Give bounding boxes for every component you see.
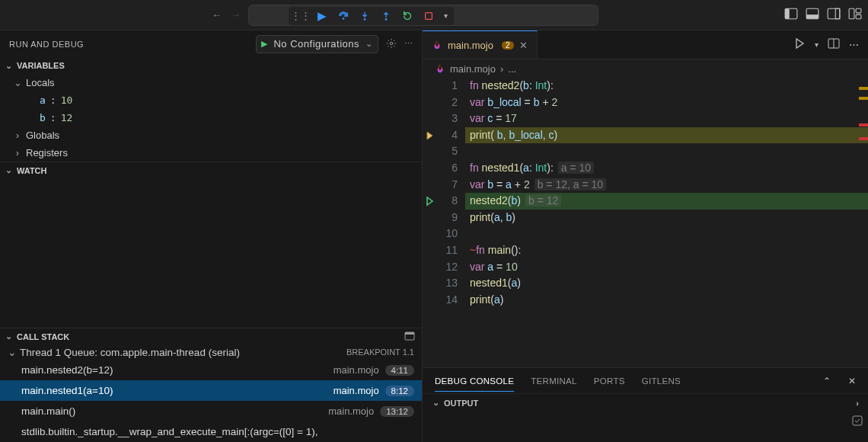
code-editor[interactable]: 1fn nested2(b: Int):2 var b_local = b + … — [423, 78, 868, 367]
variables-section-header[interactable]: ⌄ VARIABLES — [0, 57, 422, 74]
stack-frame-row[interactable]: main.nested2(b=12)main.mojo4:11 — [0, 360, 422, 380]
panel-tab-debug-console[interactable]: DEBUG CONSOLE — [435, 376, 514, 392]
code-line[interactable]: 10 — [423, 226, 868, 242]
glyph-margin[interactable] — [423, 275, 438, 292]
glyph-margin[interactable] — [423, 78, 438, 94]
toggle-panel-icon[interactable] — [806, 7, 819, 23]
toggle-secondary-sidebar-icon[interactable] — [827, 7, 841, 23]
toggle-primary-sidebar-icon[interactable] — [784, 7, 798, 23]
debug-console-body[interactable] — [423, 412, 868, 442]
variable-row[interactable]: a: 10 — [27, 91, 422, 109]
code-line[interactable]: 11~fn main(): — [423, 242, 868, 259]
svg-point-0 — [343, 18, 345, 20]
close-tab-icon[interactable]: ✕ — [519, 40, 528, 51]
variables-scope-registers[interactable]: › Registers — [14, 144, 422, 162]
callstack-collapse-icon[interactable] — [404, 330, 416, 344]
frame-function: main.nested1(a=10) — [21, 385, 327, 396]
line-content — [465, 143, 868, 160]
restart-button[interactable] — [401, 10, 413, 22]
code-line[interactable]: 14 print(a) — [423, 292, 868, 309]
chevron-down-icon[interactable]: ⌄ — [365, 39, 373, 49]
code-line[interactable]: 12 var a = 10 — [423, 259, 868, 276]
glyph-margin[interactable] — [423, 226, 438, 242]
more-editor-actions-icon[interactable]: ⋯ — [849, 39, 859, 50]
step-out-button[interactable] — [380, 10, 392, 22]
code-line[interactable]: 13 nested1(a) — [423, 275, 868, 292]
watch-section-header[interactable]: ⌄ WATCH — [0, 162, 422, 178]
tab-label: main.mojo — [448, 40, 493, 51]
stack-frame-row[interactable]: main.main()main.mojo13:12 — [0, 401, 422, 421]
panel-tab-ports[interactable]: PORTS — [594, 376, 625, 386]
panel-maximize-icon[interactable]: ⌃ — [823, 376, 831, 386]
drag-grip-icon[interactable]: ⋮⋮ — [295, 10, 307, 22]
line-content: nested1(a) — [465, 275, 868, 292]
nav-back-icon[interactable]: ← — [212, 9, 222, 21]
frame-source: main.mojo — [328, 405, 374, 417]
debug-settings-gear-icon[interactable] — [386, 38, 397, 50]
debug-config-dropdown[interactable]: ▶ No Configurations ⌄ — [256, 35, 378, 53]
frame-function: stdlib.builtin._startup.__wrap_and_execu… — [21, 426, 414, 437]
split-editor-icon[interactable] — [828, 37, 840, 52]
code-line[interactable]: 1fn nested2(b: Int): — [423, 78, 868, 94]
code-line[interactable]: 9 print(a, b) — [423, 210, 868, 226]
run-dropdown-icon[interactable]: ▾ — [815, 40, 819, 49]
run-file-icon[interactable] — [793, 37, 806, 52]
step-into-button[interactable] — [359, 10, 371, 22]
output-section-header[interactable]: ⌄ OUTPUT › — [423, 393, 868, 412]
glyph-margin[interactable] — [423, 110, 438, 127]
glyph-margin[interactable] — [423, 259, 438, 276]
svg-point-2 — [385, 18, 388, 21]
glyph-margin[interactable] — [423, 160, 438, 177]
stack-frame-row[interactable]: stdlib.builtin._startup.__wrap_and_execu… — [0, 421, 422, 442]
stop-button[interactable] — [423, 10, 435, 22]
line-content: ~fn main(): — [465, 242, 868, 259]
glyph-margin[interactable] — [423, 292, 438, 309]
svg-rect-9 — [835, 8, 840, 19]
debug-sidebar: RUN AND DEBUG ▶ No Configurations ⌄ ⋯ ⌄ … — [0, 30, 423, 442]
line-content: print( b, b_local, c) — [465, 127, 868, 144]
stack-frame-row[interactable]: main.nested1(a=10)main.mojo8:12 — [0, 380, 422, 401]
tab-main-mojo[interactable]: main.mojo 2 ✕ — [423, 30, 538, 59]
start-debug-icon[interactable]: ▶ — [261, 39, 268, 49]
variables-scope-globals[interactable]: › Globals — [14, 127, 422, 144]
variables-scope-locals[interactable]: ⌄ Locals — [14, 74, 422, 91]
glyph-margin[interactable] — [423, 94, 438, 111]
code-line[interactable]: 3 var c = 17 — [423, 110, 868, 127]
glyph-margin[interactable] — [423, 177, 438, 194]
thread-label: Thread 1 Queue: com.apple.main-thread (s… — [20, 347, 240, 358]
nav-forward-icon[interactable]: → — [231, 9, 241, 21]
code-line[interactable]: 6fn nested1(a: Int):a = 10 — [423, 160, 868, 177]
breadcrumb[interactable]: main.mojo › ... — [423, 59, 868, 78]
svg-point-1 — [364, 18, 366, 21]
glyph-margin[interactable] — [423, 242, 438, 259]
command-center-input[interactable]: ⋮⋮ ▶ ▾ — [248, 5, 598, 26]
line-number: 9 — [438, 210, 465, 226]
title-bar: ← → ⋮⋮ ▶ — [0, 0, 868, 30]
code-line[interactable]: 7 var b = a + 2b = 12, a = 10 — [423, 177, 868, 194]
variable-row[interactable]: b: 12 — [27, 109, 422, 127]
line-content: fn nested2(b: Int): — [465, 78, 868, 94]
svg-rect-7 — [806, 14, 819, 19]
more-actions-icon[interactable]: ⋯ — [404, 39, 413, 49]
step-over-button[interactable] — [337, 10, 349, 22]
glyph-margin[interactable] — [423, 143, 438, 160]
panel-tab-gitlens[interactable]: GITLENS — [642, 376, 681, 386]
panel-close-icon[interactable]: ✕ — [848, 376, 856, 386]
code-line[interactable]: 4 print( b, b_local, c) — [423, 127, 868, 144]
chevron-down-icon: ⌄ — [14, 77, 21, 88]
debug-target-dropdown-icon[interactable]: ▾ — [444, 11, 448, 20]
thread-row[interactable]: ⌄ Thread 1 Queue: com.apple.main-thread … — [0, 344, 422, 360]
frame-position: 4:11 — [385, 365, 414, 376]
code-line[interactable]: 5 — [423, 143, 868, 160]
svg-rect-15 — [405, 332, 414, 335]
debug-console-settings-icon[interactable] — [851, 415, 863, 429]
code-line[interactable]: 2 var b_local = b + 2 — [423, 94, 868, 111]
overview-ruler[interactable] — [859, 78, 868, 367]
customize-layout-icon[interactable] — [848, 7, 862, 23]
code-line[interactable]: 8 nested2(b)b = 12 — [423, 193, 868, 210]
chevron-right-icon[interactable]: › — [856, 399, 859, 408]
glyph-margin[interactable] — [423, 210, 438, 226]
panel-tab-terminal[interactable]: TERMINAL — [531, 376, 577, 386]
continue-button[interactable]: ▶ — [316, 10, 328, 22]
callstack-section-header[interactable]: ⌄ CALL STACK — [0, 328, 422, 344]
